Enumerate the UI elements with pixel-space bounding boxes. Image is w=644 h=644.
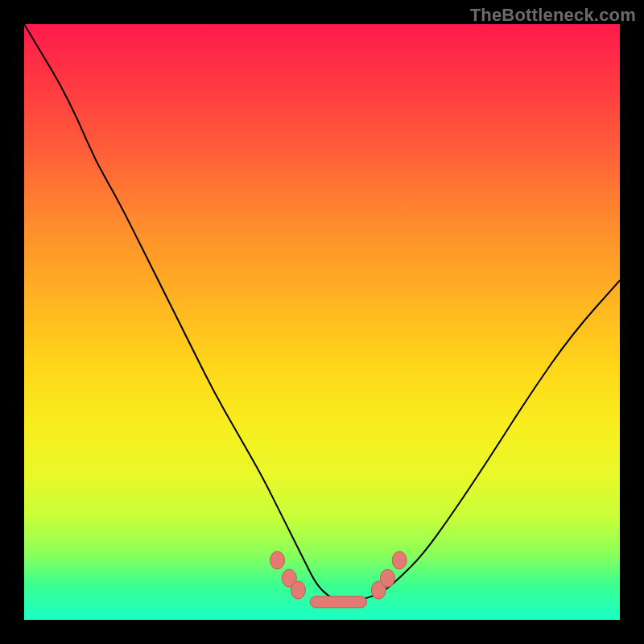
chart-frame: TheBottleneck.com [0,0,644,644]
marker-left-cluster-2 [282,569,296,587]
watermark-text: TheBottleneck.com [470,5,636,26]
chart-svg [24,24,620,620]
plot-area [24,24,620,620]
marker-right-cluster-1 [371,581,386,599]
marker-right-cluster-2 [380,569,394,587]
marker-left-cluster-3 [291,581,305,599]
marker-left-cluster-1 [270,551,285,569]
marker-group [270,551,407,599]
curve-flat-segment [310,597,366,608]
marker-right-cluster-3 [392,551,407,569]
bottleneck-curve [24,24,620,602]
